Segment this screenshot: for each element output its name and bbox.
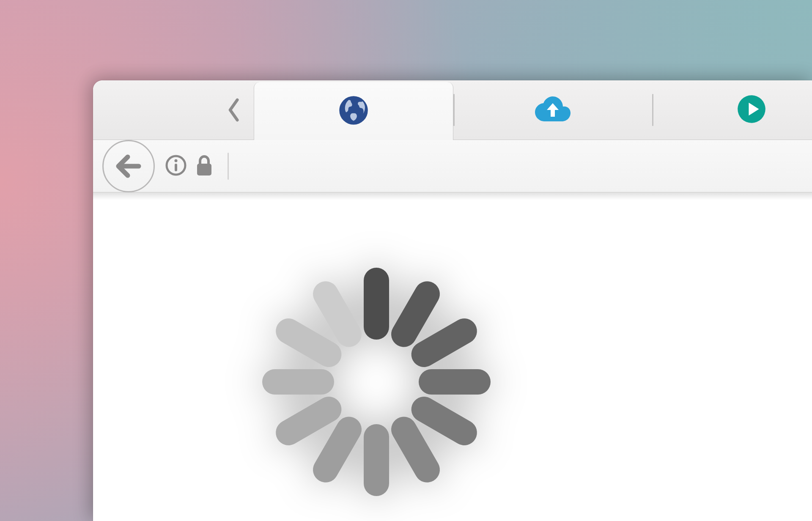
tab-strip <box>93 80 812 140</box>
secure-indicator[interactable] <box>195 154 213 178</box>
desktop-background <box>0 0 812 521</box>
lock-icon <box>195 154 213 176</box>
svg-point-5 <box>175 159 178 162</box>
address-bar <box>93 140 812 192</box>
svg-rect-7 <box>197 164 211 175</box>
url-divider <box>228 153 229 180</box>
toolbar-shadow <box>93 192 812 200</box>
spinner-blade <box>262 369 334 395</box>
tab-3[interactable] <box>652 80 812 140</box>
cloud-upload-icon <box>535 96 571 123</box>
info-circle-icon <box>165 154 187 176</box>
chevron-left-icon <box>227 98 242 122</box>
play-icon <box>737 94 766 126</box>
site-info-button[interactable] <box>165 154 187 178</box>
spinner-blade <box>419 369 491 395</box>
page-content <box>93 200 812 521</box>
globe-icon <box>338 95 369 127</box>
arrow-left-icon <box>116 154 141 178</box>
tab-separator <box>652 94 653 126</box>
loading-spinner <box>258 263 495 500</box>
url-input[interactable] <box>239 140 812 192</box>
tab-separator <box>453 94 455 126</box>
url-meta <box>165 153 229 180</box>
tab-scroll-left-button[interactable] <box>93 80 254 140</box>
tab-1[interactable] <box>254 82 453 140</box>
browser-window <box>93 80 812 521</box>
tab-2[interactable] <box>453 80 652 140</box>
nav-back-button[interactable] <box>102 140 155 192</box>
spinner-blade <box>364 268 389 340</box>
svg-rect-6 <box>175 164 177 171</box>
spinner-blade <box>364 424 389 496</box>
